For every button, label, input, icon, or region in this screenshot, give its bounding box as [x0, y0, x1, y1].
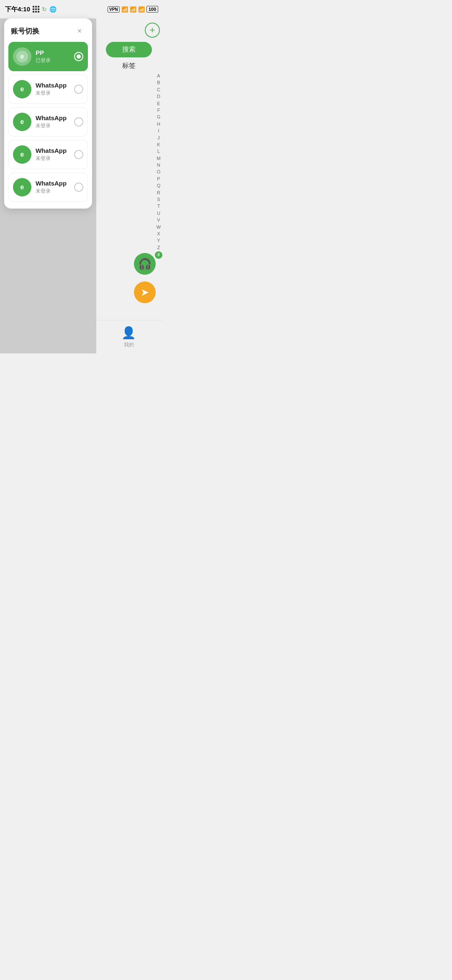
alpha-W[interactable]: W: [157, 224, 161, 230]
svg-text:e: e: [21, 85, 24, 93]
e-logo-icon-4: e: [16, 149, 28, 160]
signal1-icon: 📶: [121, 6, 128, 13]
svg-text:e: e: [21, 151, 24, 158]
tag-label: 标签: [122, 62, 136, 70]
alpha-O[interactable]: O: [157, 169, 161, 175]
alpha-V[interactable]: V: [157, 217, 160, 223]
e-logo-icon-5: e: [16, 181, 28, 193]
alphabet-index[interactable]: A B C D E F G H I J K L M N O P Q R S T …: [155, 73, 162, 259]
grid-icon: [33, 6, 39, 13]
account-avatar-2: e: [13, 80, 31, 98]
alpha-R[interactable]: R: [157, 190, 160, 196]
account-status-1: 已登录: [36, 57, 70, 64]
account-status-5: 未登录: [36, 188, 70, 195]
wifi-icon: 📶: [138, 6, 145, 13]
alpha-M[interactable]: M: [157, 155, 160, 162]
account-item-2[interactable]: e WhatsApp 未登录: [8, 75, 88, 104]
alpha-D[interactable]: D: [157, 93, 160, 100]
account-info-2: WhatsApp 未登录: [36, 82, 70, 97]
send-icon: ➤: [141, 286, 149, 298]
dialog-title: 账号切换: [11, 26, 39, 36]
support-button[interactable]: 🎧: [134, 253, 156, 275]
alpha-L[interactable]: L: [157, 148, 160, 155]
right-panel: + 搜索 标签 A B C D E F G H I J K L M N O P …: [94, 18, 163, 353]
radio-button-5[interactable]: [74, 183, 83, 192]
account-item-5[interactable]: e WhatsApp 未登录: [8, 173, 88, 202]
alpha-Z[interactable]: Z: [157, 245, 160, 251]
alpha-H[interactable]: H: [157, 121, 160, 127]
signal2-icon: 📶: [130, 6, 136, 13]
account-item-3[interactable]: e WhatsApp 未登录: [8, 107, 88, 137]
telegram-button[interactable]: ➤: [134, 281, 156, 303]
radio-dot-1: [77, 54, 81, 59]
account-info-3: WhatsApp 未登录: [36, 114, 70, 129]
battery-icon: 100: [146, 6, 158, 13]
alpha-Y[interactable]: Y: [157, 237, 160, 244]
alpha-G[interactable]: G: [157, 114, 161, 120]
radio-button-1[interactable]: [74, 52, 83, 61]
account-status-4: 未登录: [36, 155, 70, 162]
search-button[interactable]: 搜索: [106, 42, 152, 57]
account-list: e PP 已登录 e WhatsApp 未登录: [4, 42, 92, 202]
radio-button-4[interactable]: [74, 150, 83, 159]
e-logo-icon: e: [16, 51, 28, 62]
alpha-C[interactable]: C: [157, 87, 160, 93]
alpha-A[interactable]: A: [157, 73, 160, 79]
status-icons: VPN 📶 📶 📶 100: [108, 6, 158, 13]
add-account-button[interactable]: +: [145, 23, 160, 38]
account-status-2: 未登录: [36, 90, 70, 97]
account-avatar-5: e: [13, 178, 31, 196]
alpha-K[interactable]: K: [157, 142, 160, 148]
alpha-X[interactable]: X: [157, 231, 160, 237]
account-name-5: WhatsApp: [36, 180, 70, 187]
alpha-F[interactable]: F: [157, 107, 160, 113]
e-logo-icon-3: e: [16, 116, 28, 128]
account-status-3: 未登录: [36, 122, 70, 129]
account-info-4: WhatsApp 未登录: [36, 147, 70, 162]
status-bar: 下午4:10 ↻ 🌐 VPN 📶 📶 📶 100: [0, 0, 163, 18]
dialog-header: 账号切换 ×: [4, 18, 92, 42]
account-info-1: PP 已登录: [36, 49, 70, 64]
refresh-icon: ↻: [42, 6, 47, 13]
alpha-S[interactable]: S: [157, 196, 160, 203]
account-avatar-4: e: [13, 145, 31, 164]
account-name-2: WhatsApp: [36, 82, 70, 89]
top-actions: + 搜索 标签: [94, 18, 163, 75]
status-time: 下午4:10: [5, 5, 30, 13]
globe-icon: 🌐: [49, 6, 56, 13]
alpha-I[interactable]: I: [158, 128, 159, 134]
profile-icon[interactable]: 👤: [121, 326, 136, 340]
account-name-3: WhatsApp: [36, 114, 70, 121]
status-left: 下午4:10 ↻ 🌐: [5, 5, 56, 13]
alpha-N[interactable]: N: [157, 162, 160, 168]
alpha-E[interactable]: E: [157, 101, 160, 107]
alpha-J[interactable]: J: [157, 135, 160, 141]
account-switch-dialog: 账号切换 × e PP 已登录 e: [4, 18, 92, 209]
svg-text:e: e: [21, 183, 24, 191]
account-item-1[interactable]: e PP 已登录: [8, 42, 88, 71]
alpha-P[interactable]: P: [157, 176, 160, 182]
account-info-5: WhatsApp 未登录: [36, 180, 70, 195]
account-avatar-3: e: [13, 113, 31, 131]
account-avatar-1: e: [13, 47, 31, 66]
alpha-hash[interactable]: #: [155, 251, 162, 259]
radio-button-2[interactable]: [74, 85, 83, 94]
radio-button-3[interactable]: [74, 117, 83, 126]
vpn-label: VPN: [108, 6, 120, 13]
svg-text:e: e: [21, 118, 24, 125]
alpha-Q[interactable]: Q: [157, 183, 161, 189]
alpha-U[interactable]: U: [157, 210, 160, 217]
account-item-4[interactable]: e WhatsApp 未登录: [8, 140, 88, 169]
bottom-nav: 👤 我的: [94, 320, 163, 353]
account-name-1: PP: [36, 49, 70, 56]
close-button[interactable]: ×: [74, 25, 85, 37]
svg-text:e: e: [21, 53, 24, 60]
headset-icon: 🎧: [138, 258, 152, 271]
alpha-T[interactable]: T: [157, 203, 160, 209]
nav-label: 我的: [124, 341, 134, 348]
account-name-4: WhatsApp: [36, 147, 70, 154]
alpha-B[interactable]: B: [157, 80, 160, 86]
e-logo-icon-2: e: [16, 83, 28, 95]
